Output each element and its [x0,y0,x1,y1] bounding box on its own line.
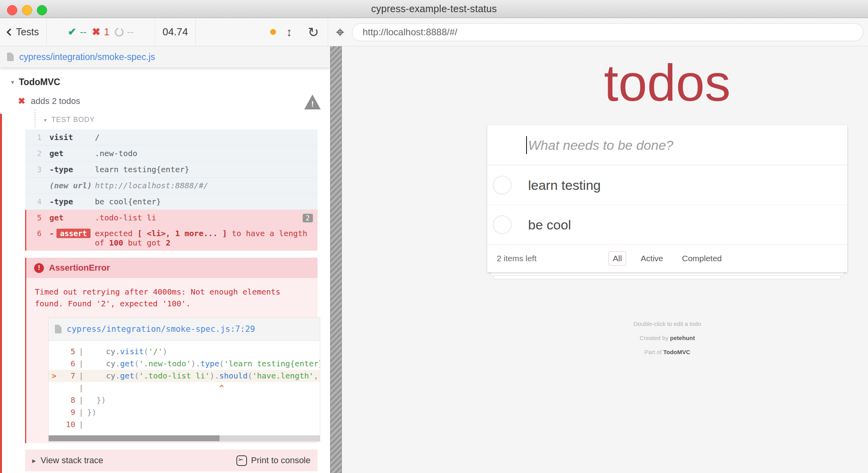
error-footer: ▸ View stack trace Print to console [25,449,318,471]
todo-label: learn testing [528,178,601,193]
command-row[interactable]: 1 visit / [25,129,318,146]
error-title: AssertionError [49,263,110,273]
command-message: be cool{enter} [95,197,318,206]
todo-toggle-circle[interactable] [493,176,512,195]
view-stack-trace-label: View stack trace [41,455,104,466]
failed-suite-indicator [0,114,2,473]
command-name: get [49,149,95,158]
viewport-indicator-dot-icon[interactable] [270,29,276,35]
failed-command-row[interactable]: 5 get .todo-list li 2 [25,210,318,226]
command-row[interactable]: 2 get .new-todo [25,146,318,162]
new-url-row[interactable]: (new url) http://localhost:8888/#/ [25,178,318,194]
traffic-lights [7,5,47,15]
command-name: get [49,213,95,222]
error-block: ! AssertionError Timed out retrying afte… [25,258,318,443]
suite-row[interactable]: ▾ TodoMVC [11,77,330,87]
pending-count: -- [127,26,134,38]
code-frame-file-link[interactable]: cypress/integration/smoke-spec.js:7:29 [67,323,255,335]
failed-assert-row[interactable]: 6 - assert expected [ <li>, 1 more... ] … [25,226,318,251]
passed-count: -- [80,26,87,38]
todo-item[interactable]: learn testing [487,165,847,205]
filter-completed[interactable]: Completed [677,251,726,266]
command-number: 6 [26,229,42,238]
toolbar: Tests ✔ -- ✖ 1 -- 04.74 ↕ ↻ ⌖ http://loc… [0,18,868,46]
todo-toggle-circle[interactable] [493,215,512,234]
part-of-prefix: Part of [644,349,663,355]
print-to-console-label: Print to console [251,455,311,466]
filter-active[interactable]: Active [636,251,667,266]
error-message: Timed out retrying after 4000ms: Not eno… [26,278,318,443]
scrollbar-thumb[interactable] [49,435,220,441]
back-to-tests-button[interactable]: Tests [0,18,47,46]
command-row[interactable]: 4 -type be cool{enter} [25,194,318,210]
code-line: 10| [49,418,320,431]
minimize-button[interactable] [22,5,32,15]
code-lines: 5| cy.visit('/') 6| cy.get('.new-todo').… [49,341,320,432]
child-command-dash: - [49,229,54,238]
pending-stat: -- [115,26,134,38]
code-line: | ^ [49,382,320,394]
assert-expected-value: 100 [109,238,123,247]
input-placeholder: What needs to be done? [528,138,674,153]
command-name: (new url) [49,181,95,190]
command-message: learn testing{enter} [95,165,318,174]
part-of-line: Part of TodoMVC [487,345,847,359]
test-failed-x-icon: ✖ [18,96,25,106]
code-line: 5| cy.visit('/') [49,346,320,358]
test-row[interactable]: ✖ adds 2 todos [18,96,330,106]
error-message-line: found. Found '2', expected '100'. [35,298,309,309]
new-todo-input[interactable]: What needs to be done? [487,125,847,165]
viewport-controls: ↕ ↻ [270,18,328,46]
assert-message: expected [ <li>, 1 more... ] to have a l… [95,229,318,247]
collapse-triangle-icon: ▾ [11,78,14,86]
close-button[interactable] [7,5,17,15]
command-message: .new-todo [95,149,318,158]
test-name: adds 2 todos [31,96,80,106]
url-bar[interactable]: http://localhost:8888/#/ [352,23,863,41]
command-number: 2 [25,149,42,158]
test-body-section[interactable]: ▾ TEST BODY [44,116,330,124]
chevron-left-icon [6,28,14,36]
failed-count: 1 [104,26,109,38]
panel-resize-divider[interactable] [330,46,342,473]
todomvc-link[interactable]: TodoMVC [663,349,690,355]
stacked-sheet [494,276,841,279]
todo-item[interactable]: be cool [487,205,847,244]
view-stack-trace-button[interactable]: ▸ View stack trace [32,455,103,466]
error-exclamation-icon: ! [34,263,44,273]
command-name: -type [49,197,95,206]
window-titlebar: cypress-example-test-status [0,0,868,18]
todo-label: be cool [528,217,571,233]
warning-triangle-icon [304,95,321,109]
app-footer: Double-click to edit a todo Created by p… [487,317,847,359]
refresh-icon[interactable]: ↻ [308,24,319,40]
command-number: 3 [25,165,42,174]
assert-name: - assert [49,229,95,238]
assert-actual: [ <li>, 1 more... ] [137,229,227,238]
url-text: http://localhost:8888/#/ [363,27,458,38]
code-line: >7| cy.get('.todo-list li').should('have… [49,370,320,382]
test-body-label: TEST BODY [51,116,95,124]
print-to-console-button[interactable]: Print to console [236,455,311,466]
command-name: visit [49,133,95,142]
back-to-tests-label: Tests [16,26,39,38]
todo-footer: 2 items left All Active Completed [487,244,847,272]
terminal-icon [236,455,247,466]
resize-arrows-icon[interactable]: ↕ [286,25,292,39]
selector-playground-icon[interactable]: ⌖ [336,25,344,40]
todo-card: What needs to be done? learn testing be … [487,125,847,272]
window-title: cypress-example-test-status [0,3,868,15]
failed-stat: ✖ 1 [92,26,110,38]
author-link[interactable]: petehunt [670,335,695,341]
filter-all[interactable]: All [608,251,626,266]
command-log: 1 visit / 2 get .new-todo 3 -type learn … [25,129,318,251]
command-number [25,181,42,181]
filters: All Active Completed [487,251,847,266]
code-line: 9|}) [49,406,320,418]
spec-path-link[interactable]: cypress/integration/smoke-spec.js [19,52,155,62]
text-cursor [526,136,527,154]
horizontal-scrollbar[interactable] [49,435,320,441]
command-row[interactable]: 3 -type learn testing{enter} [25,162,318,178]
command-message: http://localhost:8888/#/ [95,181,318,190]
zoom-button[interactable] [37,5,47,15]
